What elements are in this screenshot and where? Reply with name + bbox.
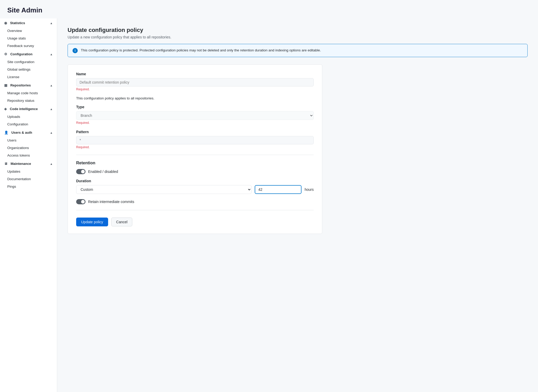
- sidebar-item-configuration-ci[interactable]: Configuration: [0, 120, 57, 128]
- name-input[interactable]: [76, 78, 314, 86]
- sidebar-item-site-configuration[interactable]: Site configuration: [0, 58, 57, 66]
- type-required: Required.: [76, 121, 314, 125]
- applies-text: This configuration policy applies to all…: [76, 96, 314, 100]
- type-select[interactable]: Branch Tag Commit: [76, 111, 314, 120]
- name-label: Name: [76, 72, 314, 76]
- sidebar-section-users-auth-label: Users & auth: [11, 131, 32, 134]
- users-auth-icon: 👤: [4, 131, 8, 134]
- sidebar: ◉ Statistics ▲ Overview Usage stats Feed…: [0, 18, 57, 392]
- sidebar-item-manage-code-hosts[interactable]: Manage code hosts: [0, 89, 57, 97]
- enabled-toggle-label: Enabled / disabled: [88, 170, 118, 174]
- sidebar-item-feedback-survey[interactable]: Feedback survey: [0, 42, 57, 50]
- sidebar-item-users[interactable]: Users: [0, 137, 57, 144]
- maintenance-icon: 🖥: [4, 162, 8, 166]
- chevron-up-icon-6: ▲: [50, 162, 53, 165]
- duration-number-input[interactable]: [255, 185, 301, 194]
- cancel-button[interactable]: Cancel: [111, 218, 133, 226]
- info-box-text: This configuration policy is protected. …: [81, 48, 321, 53]
- page-subheading: Update a new configuration policy that a…: [68, 35, 528, 39]
- pattern-required: Required.: [76, 145, 314, 149]
- pattern-label: Pattern: [76, 130, 314, 134]
- divider: [76, 155, 314, 155]
- form-card: Name Required. This configuration policy…: [68, 64, 322, 234]
- toggle-slider: [76, 169, 86, 174]
- chevron-up-icon-3: ▲: [50, 84, 53, 87]
- page-title: Site Admin: [0, 0, 538, 18]
- sidebar-section-maintenance-label: Maintenance: [11, 162, 31, 166]
- content-area: Update configuration policy Update a new…: [57, 18, 538, 392]
- name-form-group: Name Required.: [76, 72, 314, 91]
- sidebar-section-configuration[interactable]: ⚙ Configuration ▲: [0, 50, 57, 58]
- chevron-up-icon: ▲: [50, 22, 53, 25]
- pattern-input[interactable]: [76, 136, 314, 144]
- enabled-toggle-row: Enabled / disabled: [76, 169, 314, 174]
- retain-toggle-slider: [76, 199, 86, 204]
- configuration-icon: ⚙: [4, 52, 7, 56]
- sidebar-section-repositories-label: Repositories: [10, 83, 31, 87]
- statistics-icon: ◉: [4, 21, 7, 25]
- sidebar-section-configuration-label: Configuration: [10, 52, 32, 56]
- sidebar-item-documentation[interactable]: Documentation: [0, 175, 57, 183]
- name-required: Required.: [76, 87, 314, 91]
- type-form-group: Type Branch Tag Commit Required.: [76, 105, 314, 125]
- chevron-up-icon-2: ▲: [50, 53, 53, 56]
- divider-2: [76, 210, 314, 210]
- sidebar-section-code-intelligence-label: Code intelligence: [10, 107, 38, 111]
- update-policy-button[interactable]: Update policy: [76, 218, 108, 226]
- type-label: Type: [76, 105, 314, 109]
- info-icon: i: [73, 48, 78, 53]
- page-heading: Update configuration policy: [68, 27, 528, 33]
- sidebar-item-usage-stats[interactable]: Usage stats: [0, 35, 57, 42]
- enabled-toggle[interactable]: [76, 169, 86, 174]
- sidebar-section-code-intelligence[interactable]: ◈ Code intelligence ▲: [0, 104, 57, 113]
- duration-select[interactable]: Custom 30 days 90 days 180 days 1 year I…: [76, 185, 252, 194]
- sidebar-item-repository-status[interactable]: Repository status: [0, 97, 57, 104]
- sidebar-section-statistics[interactable]: ◉ Statistics ▲: [0, 18, 57, 27]
- duration-unit: hours: [305, 187, 314, 192]
- duration-row: Custom 30 days 90 days 180 days 1 year I…: [76, 185, 314, 194]
- chevron-up-icon-5: ▲: [50, 131, 53, 134]
- sidebar-item-pings[interactable]: Pings: [0, 183, 57, 190]
- retain-toggle-row: Retain intermediate commits: [76, 199, 314, 204]
- sidebar-item-overview[interactable]: Overview: [0, 27, 57, 35]
- retain-toggle[interactable]: [76, 199, 86, 204]
- main-layout: ◉ Statistics ▲ Overview Usage stats Feed…: [0, 18, 538, 392]
- retention-heading: Retention: [76, 161, 314, 165]
- sidebar-section-maintenance[interactable]: 🖥 Maintenance ▲: [0, 159, 57, 168]
- duration-form-group: Duration Custom 30 days 90 days 180 days…: [76, 179, 314, 194]
- sidebar-item-updates[interactable]: Updates: [0, 168, 57, 175]
- chevron-up-icon-4: ▲: [50, 107, 53, 111]
- sidebar-section-repositories[interactable]: ▦ Repositories ▲: [0, 81, 57, 89]
- sidebar-section-statistics-label: Statistics: [10, 21, 25, 25]
- repositories-icon: ▦: [4, 83, 7, 87]
- sidebar-item-license[interactable]: License: [0, 73, 57, 81]
- sidebar-item-organizations[interactable]: Organizations: [0, 144, 57, 152]
- sidebar-item-global-settings[interactable]: Global settings: [0, 66, 57, 73]
- sidebar-section-users-auth[interactable]: 👤 Users & auth ▲: [0, 128, 57, 137]
- app-container: Site Admin ◉ Statistics ▲ Overview Usage…: [0, 0, 538, 392]
- sidebar-item-access-tokens[interactable]: Access tokens: [0, 152, 57, 159]
- retain-toggle-label: Retain intermediate commits: [88, 200, 134, 204]
- sidebar-item-uploads[interactable]: Uploads: [0, 113, 57, 120]
- pattern-form-group: Pattern Required.: [76, 130, 314, 149]
- info-box: i This configuration policy is protected…: [68, 44, 528, 57]
- form-actions: Update policy Cancel: [76, 218, 314, 226]
- duration-label: Duration: [76, 179, 314, 183]
- code-intelligence-icon: ◈: [4, 107, 7, 111]
